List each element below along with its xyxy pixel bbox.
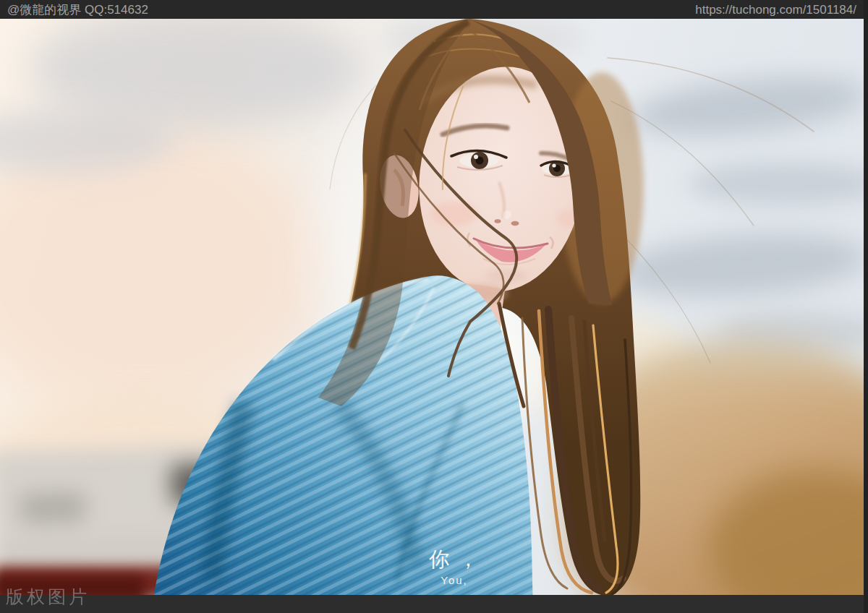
- girl-portrait: [0, 0, 868, 613]
- blush-right: [431, 202, 477, 226]
- caption-chinese: 你 ，: [382, 549, 527, 570]
- eye-right: [451, 150, 506, 170]
- copyright-label: 版权图片: [6, 585, 90, 609]
- screenshot-root: @微龍的视界 QQ:514632 https://tuchong.com/150…: [0, 0, 868, 613]
- chin-shadow: [485, 269, 528, 283]
- right-frame-border: [864, 0, 868, 613]
- watermark-url: https://tuchong.com/1501184/: [695, 0, 856, 19]
- watermark-author: @微龍的视界 QQ:514632: [7, 0, 148, 19]
- caption-english: You,: [382, 574, 527, 586]
- bottom-bar: [0, 595, 868, 613]
- photo-caption: 你 ， You,: [382, 549, 527, 586]
